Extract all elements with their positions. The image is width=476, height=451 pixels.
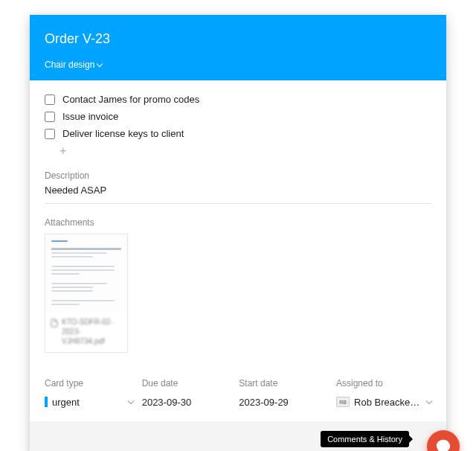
board-name: Chair design — [45, 60, 94, 70]
assigned-to-value: Rob Breacken… — [354, 397, 422, 408]
attachments-label: Attachments — [45, 217, 431, 228]
assigned-to-field[interactable]: Assigned to RB Rob Breacken… — [336, 378, 431, 409]
field-label: Start date — [239, 378, 327, 388]
card-header: Order V-23 Chair design — [30, 15, 446, 80]
checkbox[interactable] — [45, 95, 55, 105]
card-type-swatch — [45, 397, 48, 407]
attachments-area: KTO-SDFR-02-2023-VJH8734.pdf — [45, 234, 431, 353]
checklist-item[interactable]: Contact James for promo codes — [45, 91, 431, 108]
checklist-item[interactable]: Deliver license keys to client — [45, 125, 431, 142]
add-checklist-item[interactable]: + — [45, 142, 431, 157]
attachment-filename: KTO-SDFR-02-2023-VJH8734.pdf — [62, 317, 123, 346]
card-footer: Comments & History — [30, 421, 446, 451]
file-icon — [50, 318, 59, 328]
chevron-down-icon — [127, 398, 133, 404]
card-type-field[interactable]: Card type urgent — [45, 378, 133, 409]
chevron-down-icon — [97, 61, 103, 67]
start-date-value: 2023-09-29 — [239, 397, 289, 408]
checklist-item[interactable]: Issue invoice — [45, 108, 431, 125]
start-date-field[interactable]: Start date 2023-09-29 — [239, 378, 327, 409]
field-label: Assigned to — [336, 378, 431, 388]
comment-icon — [435, 438, 451, 451]
checklist-label: Contact James for promo codes — [62, 94, 199, 105]
field-label: Due date — [142, 378, 231, 388]
description-label: Description — [45, 170, 431, 181]
comments-tooltip: Comments & History — [321, 431, 409, 447]
meta-fields: Card type urgent Due date 2023-09-30 Sta… — [45, 378, 431, 409]
avatar: RB — [336, 397, 350, 407]
attachment-filename-row: KTO-SDFR-02-2023-VJH8734.pdf — [45, 313, 127, 352]
description-field[interactable]: Needed ASAP — [45, 185, 431, 204]
due-date-field[interactable]: Due date 2023-09-30 — [142, 378, 231, 409]
checklist-label: Deliver license keys to client — [62, 128, 184, 139]
attachment-thumbnail — [45, 234, 127, 313]
checkbox[interactable] — [45, 112, 55, 122]
checklist-label: Issue invoice — [62, 111, 118, 122]
checklist: Contact James for promo codes Issue invo… — [45, 91, 431, 157]
checkbox[interactable] — [45, 129, 55, 139]
chevron-down-icon — [426, 398, 432, 404]
attachment-item[interactable]: KTO-SDFR-02-2023-VJH8734.pdf — [45, 234, 128, 353]
comments-history-button[interactable] — [427, 430, 460, 451]
card-title: Order V-23 — [45, 31, 431, 47]
due-date-value: 2023-09-30 — [142, 397, 192, 408]
card-body: Contact James for promo codes Issue invo… — [30, 80, 446, 421]
board-dropdown[interactable]: Chair design — [45, 60, 102, 70]
field-label: Card type — [45, 378, 133, 388]
order-card: Order V-23 Chair design Contact James fo… — [30, 15, 446, 451]
card-type-value: urgent — [52, 397, 80, 408]
